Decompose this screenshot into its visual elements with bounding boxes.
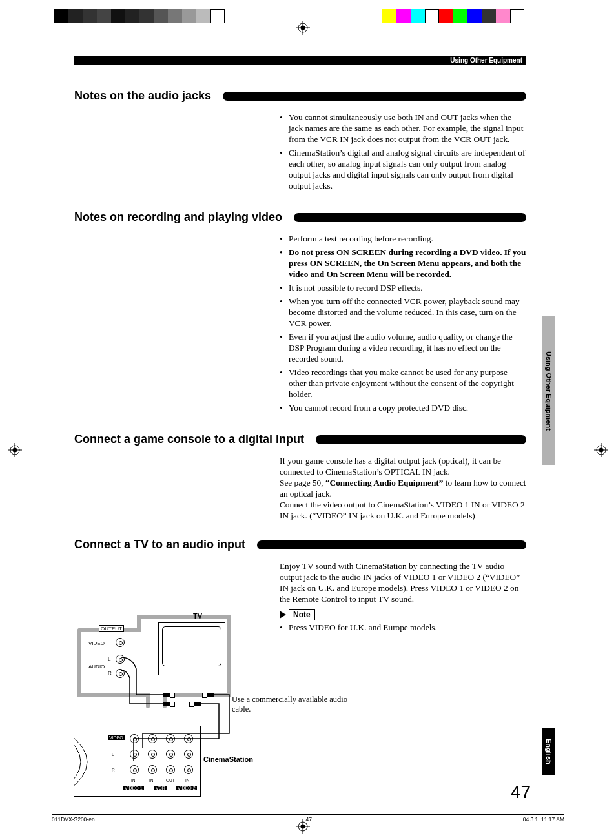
cinemastation-label: CinemaStation [203, 755, 253, 763]
heading-audio-jacks: Notes on the audio jacks [74, 89, 526, 103]
list-item: You cannot simultaneously use both IN an… [280, 112, 526, 145]
list-item: CinemaStation’s digital and analog signa… [280, 147, 526, 191]
header-text: Using Other Equipment [450, 57, 522, 64]
color-swatches-left [54, 9, 225, 23]
list-item: Press VIDEO for U.K. and Europe models. [280, 622, 526, 633]
jack-icon [166, 734, 175, 743]
panel-in: IN [149, 778, 154, 783]
paragraph: Connect the video output to CinemaStatio… [280, 499, 526, 521]
cable-note: Use a commercially available audio cable… [232, 695, 361, 714]
list-item: Perform a test recording before recordin… [280, 233, 526, 244]
jack-icon [184, 734, 193, 743]
paragraph: Enjoy TV sound with CinemaStation by con… [280, 560, 526, 604]
paragraph: If your game console has a digital outpu… [280, 455, 526, 477]
heading-text: Notes on the audio jacks [74, 89, 218, 103]
connection-diagram: TV OUTPUT VIDEO AUDIO L R Use a commerci… [74, 611, 268, 804]
page-number: 47 [511, 782, 531, 803]
panel-r-label: R [112, 768, 115, 772]
side-tab-language: English [542, 728, 555, 775]
jack-icon [184, 750, 193, 759]
jack-icon [148, 750, 157, 759]
jack-icon [148, 734, 157, 743]
footer-timestamp: 04.3.1, 11:17 AM [523, 816, 564, 822]
panel-l-label: L [112, 752, 114, 757]
list-item: You cannot record from a copy protected … [280, 402, 526, 413]
registration-mark-icon [8, 443, 22, 457]
note-text: Note [289, 609, 315, 620]
footer-page: 47 [305, 816, 311, 822]
heading-tv-audio: Connect a TV to an audio input [74, 538, 526, 551]
color-swatches-right [382, 9, 524, 23]
note-arrow-icon [280, 611, 286, 619]
jack-icon [130, 750, 139, 759]
cinemastation-panel: VIDEO L R IN IN OUT IN VIDEO 1 VCR VIDEO… [74, 726, 201, 797]
panel-out: OUT [166, 778, 175, 783]
registration-mark-icon [594, 443, 608, 457]
list-item: When you turn off the connected VCR powe… [280, 296, 526, 329]
heading-text: Connect a TV to an audio input [74, 538, 252, 551]
paragraph: See page 50, “Connecting Audio Equipment… [280, 477, 526, 499]
heading-text: Connect a game console to a digital inpu… [74, 433, 311, 446]
heading-game-console: Connect a game console to a digital inpu… [74, 433, 526, 446]
jack-icon [166, 765, 175, 774]
list-item: Even if you adjust the audio volume, aud… [280, 331, 526, 364]
jack-icon [130, 765, 139, 774]
side-tab-section: Using Other Equipment [542, 316, 555, 465]
recording-list: Perform a test recording before recordin… [280, 233, 526, 413]
jack-icon [148, 765, 157, 774]
jack-icon [166, 750, 175, 759]
registration-mark-icon [296, 21, 310, 35]
heading-text: Notes on recording and playing video [74, 210, 289, 224]
jack-icon [184, 765, 193, 774]
panel-in: IN [185, 778, 190, 783]
panel-video-label: VIDEO [108, 735, 125, 740]
list-item: Video recordings that you make cannot be… [280, 367, 526, 400]
panel-video1: VIDEO 1 [123, 786, 144, 790]
header-breadcrumb: Using Other Equipment [74, 56, 526, 65]
jack-icon [130, 734, 139, 743]
list-item: Do not press ON SCREEN during recording … [280, 247, 526, 280]
panel-vcr: VCR [154, 786, 167, 790]
panel-in: IN [131, 778, 136, 783]
note-label: Note [280, 609, 315, 620]
panel-video2: VIDEO 2 [176, 786, 197, 790]
list-item: It is not possible to record DSP effects… [280, 282, 526, 293]
heading-recording: Notes on recording and playing video [74, 210, 526, 224]
audio-jacks-list: You cannot simultaneously use both IN an… [280, 112, 526, 191]
